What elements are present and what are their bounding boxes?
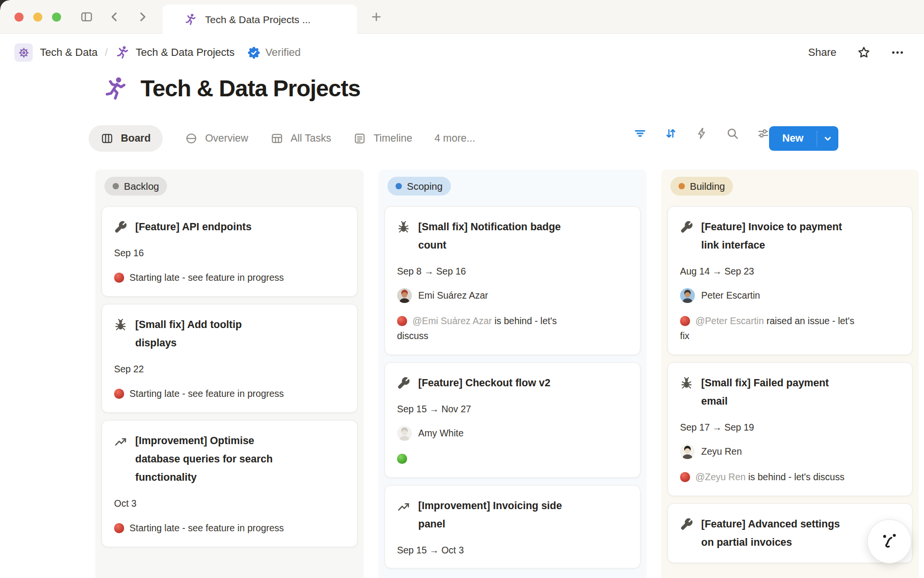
board-card[interactable]: [Small fix] Add tooltip displaysSep 22St… <box>102 304 358 413</box>
trend-icon <box>114 434 127 447</box>
card-title: [Small fix] Failed payment email <box>701 374 829 410</box>
window-corner <box>0 0 10 10</box>
status-mention[interactable]: @Zeyu Ren <box>695 472 745 482</box>
board: Backlog[Feature] API endpointsSep 16Star… <box>95 170 919 578</box>
breadcrumb-workspace[interactable]: Tech & Data <box>40 46 98 59</box>
board-card[interactable]: [Feature] API endpointsSep 16Starting la… <box>102 206 358 297</box>
card-dates: Sep 17 → Sep 19 <box>680 421 900 434</box>
view-label: Board <box>121 132 151 144</box>
column-status-dot <box>113 183 119 189</box>
card-status: @Emi Suárez Azar is behind - let's discu… <box>397 314 628 343</box>
breadcrumb-page[interactable]: Tech & Data Projects <box>136 46 234 59</box>
tab-title: Tech & Data Projects ... <box>205 14 310 26</box>
status-dot-red <box>680 316 690 326</box>
view-tabs: Board Overview All Tasks Timeline 4 more… <box>89 123 475 153</box>
view-label: Overview <box>205 132 248 144</box>
sidebar-toggle-icon[interactable] <box>80 10 93 24</box>
new-button[interactable]: New <box>769 126 838 151</box>
wrench-icon <box>114 221 127 234</box>
column-header-pill[interactable]: Scoping <box>387 177 451 196</box>
card-status: @Zeyu Ren is behind - let's discuss <box>680 470 900 485</box>
wrench-icon <box>680 518 693 531</box>
card-status: Starting late - see feature in progress <box>114 386 345 401</box>
automation-bolt-icon[interactable] <box>695 127 708 140</box>
board-column-building: Building[Feature] Invoice to payment lin… <box>661 170 919 578</box>
runner-icon <box>115 45 129 60</box>
board-card[interactable]: [Feature] Invoice to payment link interf… <box>667 206 912 355</box>
card-title: [Improvement] Optimise database queries … <box>135 432 273 486</box>
card-dates: Sep 22 <box>114 363 345 376</box>
column-name: Backlog <box>124 181 159 192</box>
card-title: [Feature] Checkout flow v2 <box>418 374 551 392</box>
assignee-name: Amy White <box>418 428 463 439</box>
view-label: All Tasks <box>291 132 331 144</box>
status-mention[interactable]: @Peter Escartin <box>695 315 764 326</box>
close-window-button[interactable] <box>14 13 24 22</box>
board-card[interactable]: [Small fix] Failed payment emailSep 17 →… <box>667 362 912 496</box>
status-dot-red <box>114 523 124 533</box>
board-card[interactable]: [Small fix] Notification badge countSep … <box>385 206 641 355</box>
trend-icon <box>397 499 410 512</box>
board-column-backlog: Backlog[Feature] API endpointsSep 16Star… <box>95 170 364 578</box>
minimize-window-button[interactable] <box>33 13 42 22</box>
zoom-window-button[interactable] <box>52 13 61 22</box>
share-button[interactable]: Share <box>808 46 836 59</box>
new-button-label: New <box>769 132 817 144</box>
active-tab[interactable]: Tech & Data Projects ... <box>163 5 357 34</box>
runner-icon <box>184 13 197 26</box>
column-header-pill[interactable]: Backlog <box>104 177 167 196</box>
tab-board[interactable]: Board <box>89 125 163 152</box>
wrench-icon <box>680 221 693 234</box>
avatar <box>680 444 695 459</box>
tab-all-tasks[interactable]: All Tasks <box>270 132 331 145</box>
card-assignee: Peter Escartin <box>680 288 900 303</box>
column-name: Scoping <box>407 181 443 192</box>
back-button[interactable] <box>108 10 121 24</box>
card-title: [Improvement] Invoicing side panel <box>418 497 562 533</box>
notion-ai-button[interactable] <box>867 519 911 564</box>
forward-button[interactable] <box>136 10 149 24</box>
column-header-pill[interactable]: Building <box>670 177 733 196</box>
workspace-icon-chip[interactable] <box>14 43 33 62</box>
bug-icon <box>114 318 127 331</box>
verified-badge-icon <box>247 46 260 59</box>
view-settings-icon[interactable] <box>757 127 770 140</box>
filter-icon[interactable] <box>633 127 647 140</box>
tab-overview[interactable]: Overview <box>185 132 248 145</box>
status-mention[interactable]: @Emi Suárez Azar <box>412 315 492 326</box>
table-icon <box>270 132 283 145</box>
card-title: [Small fix] Add tooltip displays <box>135 315 242 352</box>
board-view-icon <box>101 132 114 145</box>
search-icon[interactable] <box>726 127 739 140</box>
breadcrumb: Tech & Data / Tech & Data Projects Verif… <box>0 34 924 71</box>
column-status-dot <box>396 183 402 189</box>
sort-icon[interactable] <box>664 127 678 140</box>
ai-face-icon <box>878 530 901 553</box>
card-dates: Sep 15 → Nov 27 <box>397 403 628 416</box>
chevron-down-icon <box>822 133 834 144</box>
favorite-star-icon[interactable] <box>857 45 871 60</box>
new-dropdown-button[interactable] <box>817 133 838 144</box>
more-options-icon[interactable] <box>890 45 905 60</box>
tab-timeline[interactable]: Timeline <box>353 132 412 145</box>
board-card[interactable]: [Feature] Checkout flow v2Sep 15 → Nov 2… <box>385 362 641 478</box>
status-text: Starting late - see feature in progress <box>129 523 284 533</box>
board-card[interactable]: [Improvement] Optimise database queries … <box>102 420 358 547</box>
card-title: [Feature] API endpoints <box>135 218 252 236</box>
status-dot-green <box>397 454 407 464</box>
timeline-view-icon <box>353 132 366 145</box>
card-dates: Aug 14 → Sep 23 <box>680 265 900 278</box>
card-dates: Oct 3 <box>114 497 345 510</box>
status-dot-red <box>114 273 124 283</box>
card-title: [Small fix] Notification badge count <box>418 218 561 254</box>
new-tab-button[interactable] <box>370 10 383 24</box>
status-dot-red <box>114 389 124 399</box>
board-card[interactable]: [Improvement] Invoicing side panelSep 15… <box>385 485 641 568</box>
avatar <box>397 288 412 303</box>
card-dates: Sep 15 → Oct 3 <box>397 544 628 557</box>
avatar <box>397 426 412 441</box>
card-title: [Feature] Advanced settings on partial i… <box>701 515 840 552</box>
more-views-button[interactable]: 4 more... <box>435 132 475 144</box>
avatar <box>680 288 695 303</box>
page-icon-runner[interactable] <box>102 76 128 102</box>
